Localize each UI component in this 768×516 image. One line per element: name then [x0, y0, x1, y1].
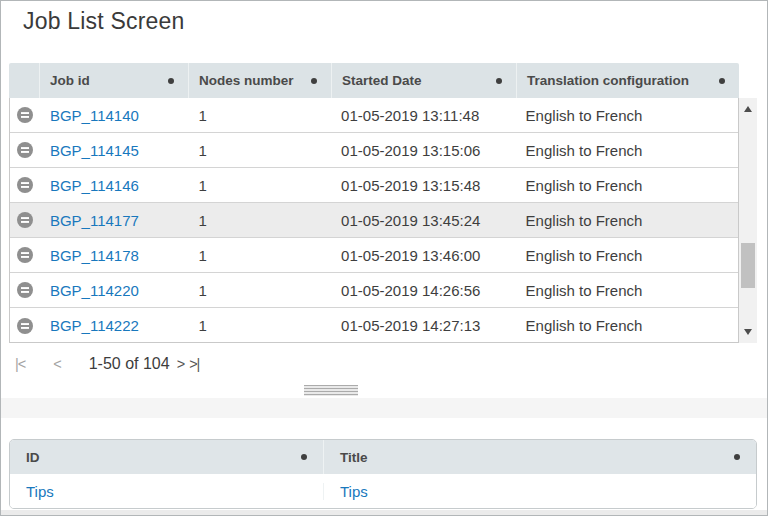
- row-cell-menu: [10, 133, 40, 167]
- row-cell-translation-configuration: English to French: [516, 238, 738, 272]
- header-label-id: ID: [26, 450, 40, 465]
- row-cell-started-date: 01-05-2019 14:26:56: [331, 273, 516, 307]
- header-cell-started-date[interactable]: Started Date: [331, 63, 516, 98]
- row-cell-translation-configuration: English to French: [516, 98, 738, 132]
- job-list-page: Job List Screen Job id Nodes number Star…: [0, 0, 768, 516]
- row-cell-id: Tips: [10, 483, 324, 500]
- row-menu-icon[interactable]: [17, 247, 33, 263]
- row-cell-menu: [10, 98, 40, 132]
- row-cell-job-id: BGP_114220: [40, 273, 189, 307]
- row-cell-job-id: BGP_114145: [40, 133, 189, 167]
- triangle-down-icon: [744, 329, 752, 335]
- row-cell-job-id: BGP_114146: [40, 168, 189, 202]
- row-cell-nodes-number: 1: [189, 98, 332, 132]
- row-cell-translation-configuration: English to French: [516, 168, 738, 202]
- header-cell-menu: [9, 63, 39, 98]
- table-row[interactable]: BGP_114145 1 01-05-2019 13:15:06 English…: [10, 133, 738, 168]
- job-id-link[interactable]: BGP_114146: [50, 177, 139, 194]
- tips-table-header: ID Title: [10, 440, 756, 474]
- scrollbar-thumb[interactable]: [741, 243, 755, 288]
- next-page-button[interactable]: >: [177, 357, 184, 372]
- table-row[interactable]: BGP_114222 1 01-05-2019 14:27:13 English…: [10, 308, 738, 343]
- row-menu-icon[interactable]: [17, 212, 33, 228]
- vertical-scrollbar[interactable]: [739, 98, 757, 343]
- row-cell-nodes-number: 1: [189, 273, 332, 307]
- tips-table-row[interactable]: Tips Tips: [10, 474, 756, 509]
- row-menu-icon[interactable]: [17, 107, 33, 123]
- header-label-title: Title: [340, 450, 368, 465]
- row-menu-icon[interactable]: [17, 282, 33, 298]
- first-page-button[interactable]: |<: [15, 357, 25, 372]
- row-cell-menu: [10, 168, 40, 202]
- row-menu-icon[interactable]: [17, 318, 33, 334]
- sort-dot-icon[interactable]: [301, 454, 307, 460]
- header-cell-nodes-number[interactable]: Nodes number: [188, 63, 331, 98]
- job-table-header: Job id Nodes number Started Date Transla…: [9, 63, 739, 98]
- table-row[interactable]: BGP_114146 1 01-05-2019 13:15:48 English…: [10, 168, 738, 203]
- row-cell-translation-configuration: English to French: [516, 133, 738, 167]
- sort-dot-icon[interactable]: [734, 454, 740, 460]
- tips-title-link[interactable]: Tips: [340, 483, 368, 500]
- row-cell-nodes-number: 1: [189, 133, 332, 167]
- row-cell-menu: [10, 308, 40, 343]
- row-cell-started-date: 01-05-2019 14:27:13: [331, 308, 516, 343]
- job-id-link[interactable]: BGP_114140: [50, 107, 139, 124]
- sort-dot-icon[interactable]: [168, 78, 174, 84]
- table-row[interactable]: BGP_114177 1 01-05-2019 13:45:24 English…: [10, 203, 738, 238]
- job-table: Job id Nodes number Started Date Transla…: [9, 63, 757, 343]
- table-row[interactable]: BGP_114178 1 01-05-2019 13:46:00 English…: [10, 238, 738, 273]
- sort-dot-icon[interactable]: [496, 78, 502, 84]
- job-id-link[interactable]: BGP_114177: [50, 212, 139, 229]
- row-cell-menu: [10, 238, 40, 272]
- row-cell-nodes-number: 1: [189, 168, 332, 202]
- row-cell-menu: [10, 203, 40, 237]
- job-id-link[interactable]: BGP_114220: [50, 282, 139, 299]
- row-menu-icon[interactable]: [17, 177, 33, 193]
- job-id-link[interactable]: BGP_114145: [50, 142, 139, 159]
- tips-id-link[interactable]: Tips: [26, 483, 54, 500]
- row-cell-nodes-number: 1: [189, 238, 332, 272]
- job-table-body: BGP_114140 1 01-05-2019 13:11:48 English…: [9, 98, 739, 343]
- row-menu-icon[interactable]: [17, 142, 33, 158]
- scroll-up-button[interactable]: [739, 100, 757, 118]
- pagination-range-label: 1-50 of 104: [89, 355, 170, 373]
- pagination-bar: |< < 1-50 of 104 > >|: [9, 343, 757, 385]
- page-title: Job List Screen: [23, 8, 185, 35]
- row-cell-started-date: 01-05-2019 13:15:48: [331, 168, 516, 202]
- triangle-up-icon: [744, 106, 752, 112]
- bottom-edge-strip: [1, 510, 767, 516]
- header-label-started-date: Started Date: [342, 73, 422, 88]
- row-cell-started-date: 01-05-2019 13:46:00: [331, 238, 516, 272]
- row-cell-started-date: 01-05-2019 13:45:24: [331, 203, 516, 237]
- header-label-translation-configuration: Translation configuration: [527, 73, 689, 88]
- row-cell-translation-configuration: English to French: [516, 308, 738, 343]
- row-cell-job-id: BGP_114222: [40, 308, 189, 343]
- last-page-button[interactable]: >|: [189, 357, 199, 372]
- job-id-link[interactable]: BGP_114178: [50, 247, 139, 264]
- table-row[interactable]: BGP_114140 1 01-05-2019 13:11:48 English…: [10, 98, 738, 133]
- row-cell-menu: [10, 273, 40, 307]
- table-row[interactable]: BGP_114220 1 01-05-2019 14:26:56 English…: [10, 273, 738, 308]
- sort-dot-icon[interactable]: [311, 78, 317, 84]
- header-label-nodes-number: Nodes number: [199, 73, 294, 88]
- header-cell-title[interactable]: Title: [324, 440, 756, 474]
- job-id-link[interactable]: BGP_114222: [50, 317, 139, 334]
- row-cell-started-date: 01-05-2019 13:15:06: [331, 133, 516, 167]
- row-cell-job-id: BGP_114177: [40, 203, 189, 237]
- panel-divider-band: [1, 398, 767, 418]
- row-cell-nodes-number: 1: [189, 203, 332, 237]
- tips-table: ID Title Tips Tips: [9, 439, 757, 509]
- header-label-job-id: Job id: [50, 73, 90, 88]
- row-cell-title: Tips: [324, 483, 756, 500]
- header-cell-translation-configuration[interactable]: Translation configuration: [516, 63, 739, 98]
- row-cell-translation-configuration: English to French: [516, 273, 738, 307]
- header-cell-job-id[interactable]: Job id: [39, 63, 188, 98]
- sort-dot-icon[interactable]: [719, 78, 725, 84]
- panel-resize-handle[interactable]: [304, 385, 358, 396]
- row-cell-translation-configuration: English to French: [516, 203, 738, 237]
- previous-page-button[interactable]: <: [53, 357, 60, 372]
- header-cell-id[interactable]: ID: [10, 440, 324, 474]
- row-cell-job-id: BGP_114178: [40, 238, 189, 272]
- scroll-down-button[interactable]: [739, 323, 757, 341]
- row-cell-nodes-number: 1: [189, 308, 332, 343]
